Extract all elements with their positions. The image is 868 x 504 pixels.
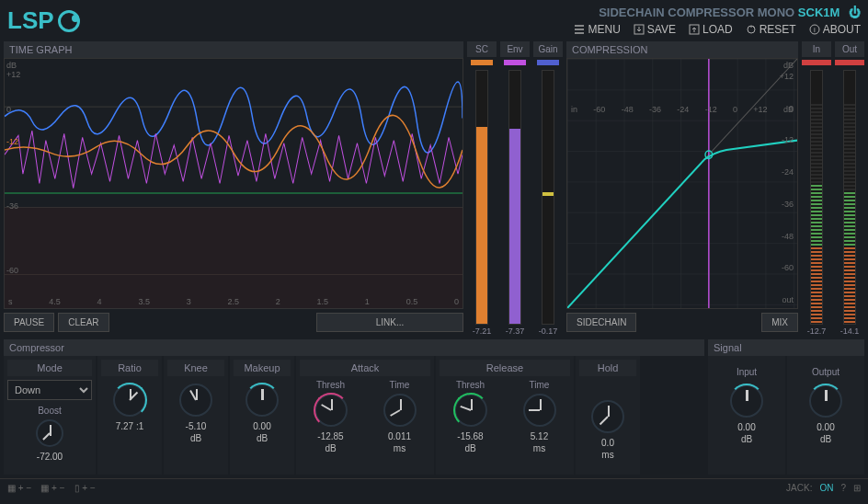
in-indicator: [802, 60, 831, 65]
plugin-model: SCK1M: [798, 6, 840, 19]
out-meter-label: Out: [835, 41, 864, 57]
settings-icon[interactable]: ⊞: [853, 483, 861, 493]
time-graph[interactable]: dB+12 0 -12 -36 -60 s 4.543.532.521.510.…: [4, 58, 463, 309]
footer-icon-3[interactable]: ▯ + −: [74, 483, 96, 493]
power-icon[interactable]: ⏻: [849, 6, 861, 19]
knee-knob[interactable]: [179, 384, 212, 417]
input-knob[interactable]: [730, 384, 763, 418]
boost-knob[interactable]: [36, 419, 63, 447]
attack-time-knob[interactable]: [383, 394, 417, 427]
out-indicator: [835, 60, 864, 65]
env-meter: [508, 70, 521, 325]
gain-meter-label: Gain: [533, 41, 563, 57]
in-meter-label: In: [802, 41, 831, 57]
env-indicator: [504, 60, 526, 65]
help-icon[interactable]: ?: [840, 483, 846, 493]
ratio-knob[interactable]: [113, 384, 146, 417]
mode-select[interactable]: Down: [7, 380, 92, 400]
sc-meter: [475, 70, 488, 325]
makeup-knob[interactable]: [246, 384, 279, 417]
link-button[interactable]: LINK...: [316, 313, 463, 332]
pause-button[interactable]: PAUSE: [4, 313, 54, 332]
gain-indicator: [537, 60, 559, 65]
load-button[interactable]: LOAD: [689, 23, 733, 36]
compressor-header: Compressor: [4, 339, 704, 356]
in-meter: [810, 70, 823, 325]
menu-button[interactable]: MENU: [574, 23, 620, 36]
mix-button[interactable]: MIX: [761, 313, 798, 332]
output-knob[interactable]: [809, 384, 842, 418]
reset-button[interactable]: RESET: [746, 23, 796, 36]
sc-indicator: [471, 60, 493, 65]
svg-rect-8: [5, 208, 463, 308]
signal-header: Signal: [708, 339, 864, 356]
save-button[interactable]: SAVE: [634, 23, 676, 36]
compression-header: COMPRESSION: [566, 41, 798, 58]
svg-text:i: i: [814, 26, 816, 34]
out-meter: [843, 70, 856, 325]
hold-knob[interactable]: [591, 400, 624, 433]
sidechain-button[interactable]: SIDECHAIN: [566, 313, 636, 332]
footer-icon-1[interactable]: ▦ + −: [7, 483, 31, 493]
release-time-knob[interactable]: [523, 394, 556, 427]
gain-meter: [542, 70, 554, 325]
sc-meter-label: SC: [467, 41, 497, 57]
logo: LSP: [7, 6, 80, 35]
release-thresh-knob[interactable]: [454, 394, 487, 427]
jack-state[interactable]: ON: [819, 483, 833, 493]
attack-thresh-knob[interactable]: [314, 394, 348, 427]
env-meter-label: Env: [500, 41, 530, 57]
footer-icon-2[interactable]: ▦ + −: [40, 483, 64, 493]
about-button[interactable]: iABOUT: [809, 23, 861, 36]
compression-graph[interactable]: dB in-60-48-36-24-120+12dB +120-12-24-36…: [566, 58, 798, 309]
clear-button[interactable]: CLEAR: [58, 313, 108, 332]
time-graph-header: TIME GRAPH: [4, 41, 463, 58]
plugin-title: SIDECHAIN COMPRESSOR MONO: [599, 6, 794, 19]
